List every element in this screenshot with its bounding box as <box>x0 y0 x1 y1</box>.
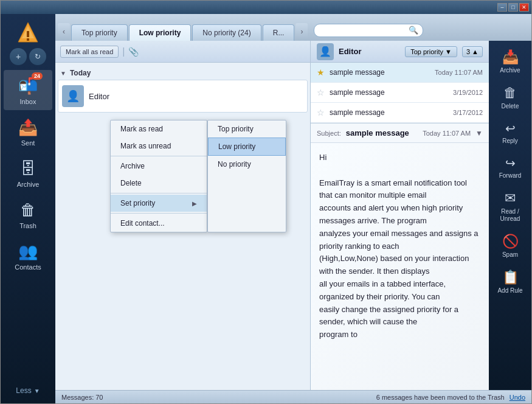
priority-submenu: Top priority Low priority No priority <box>207 120 286 232</box>
context-menu-archive[interactable]: Archive <box>111 158 207 175</box>
svg-rect-2 <box>27 31 29 37</box>
star-icon-1[interactable]: ★ <box>317 68 325 77</box>
forward-action-label: Forward <box>499 172 522 179</box>
delete-action-button[interactable]: 🗑 Delete <box>491 80 530 115</box>
add-rule-action-icon: 📋 <box>502 270 519 285</box>
tab-bar: ‹ Top priority Low priority No priority … <box>55 14 531 41</box>
date-group-label: Today <box>70 69 91 77</box>
app-window: – □ ✕ + ↻ <box>0 0 532 404</box>
title-bar: – □ ✕ <box>1 1 531 14</box>
toolbar-separator: | <box>122 46 125 57</box>
msg-sender-name: Editor <box>339 47 400 56</box>
forward-action-button[interactable]: ↪ Forward <box>491 151 530 184</box>
contacts-icon-wrap: 👥 <box>17 240 39 262</box>
msg-count: 3 ▲ <box>462 46 483 57</box>
undo-link[interactable]: Undo <box>510 394 525 401</box>
forward-action-icon: ↪ <box>505 156 516 170</box>
right-action-bar: 📥 Archive 🗑 Delete ↩ Reply ↪ Forward <box>489 41 531 390</box>
tab-next-arrow[interactable]: › <box>295 23 308 40</box>
submenu-no-priority[interactable]: No priority <box>208 156 286 173</box>
archive-action-button[interactable]: 📥 Archive <box>491 44 530 79</box>
add-rule-action-label: Add Rule <box>497 287 522 294</box>
reply-action-icon: ↩ <box>505 121 516 136</box>
read-unread-action-button[interactable]: ✉ Read /Unread <box>491 186 530 228</box>
msg-list-header: 👤 Editor Top priority ▼ 3 ▲ <box>311 41 489 63</box>
add-account-icon[interactable]: + <box>10 48 27 65</box>
msg-date-1: Today 11:07 AM <box>435 69 483 76</box>
less-button[interactable]: Less ▼ <box>12 383 43 399</box>
context-menu-set-priority[interactable]: Set priority ▶ <box>111 195 207 212</box>
paperclip-icon: 📎 <box>128 47 139 57</box>
inbox-label: Inbox <box>20 98 36 105</box>
app-logo <box>15 19 41 46</box>
star-icon-2[interactable]: ☆ <box>317 88 325 97</box>
tab-low-priority[interactable]: Low priority <box>129 24 192 41</box>
archive-action-label: Archive <box>500 67 520 74</box>
context-menu-separator-1 <box>111 156 207 156</box>
read-unread-action-label: Read /Unread <box>500 208 520 223</box>
spam-action-button[interactable]: 🚫 Spam <box>491 229 530 263</box>
inbox-badge: 24 <box>32 72 43 80</box>
archive-label: Archive <box>17 181 40 188</box>
email-item-editor[interactable]: 👤 Editor <box>58 80 308 113</box>
msg-row-2[interactable]: ☆ sample message 3/19/2012 <box>311 83 489 103</box>
email-sender: Editor <box>89 92 109 101</box>
refresh-icon[interactable]: ↻ <box>29 48 46 65</box>
star-icon-3[interactable]: ☆ <box>317 108 325 117</box>
sidebar-item-sent[interactable]: 📤 Sent <box>4 111 52 152</box>
tab-prev-arrow[interactable]: ‹ <box>58 23 70 40</box>
messages-count: Messages: 70 <box>61 394 103 401</box>
msg-subject-1: sample message <box>330 68 435 77</box>
email-list-toolbar: Mark all as read | 📎 <box>55 41 310 63</box>
content-area: ‹ Top priority Low priority No priority … <box>55 14 531 403</box>
tab-top-priority[interactable]: Top priority <box>71 24 128 41</box>
context-menu-mark-read[interactable]: Mark as read <box>111 120 207 138</box>
sidebar-item-contacts[interactable]: 👥 Contacts <box>4 235 52 276</box>
context-menu-edit-contact[interactable]: Edit contact... <box>111 215 207 232</box>
email-preview-header: Subject: sample message Today 11:07 AM ▼ <box>311 124 489 143</box>
tab-r[interactable]: R... <box>263 24 295 41</box>
context-menu-delete[interactable]: Delete <box>111 175 207 192</box>
body-line-1: EmailTray is a smart email notification … <box>319 177 480 203</box>
maximize-button[interactable]: □ <box>508 3 518 12</box>
body-line-6: easily change the assigned priority for … <box>319 304 480 329</box>
trash-icon-wrap: 🗑 <box>17 199 39 221</box>
submenu-arrow-icon: ▶ <box>192 200 197 207</box>
msg-row-3[interactable]: ☆ sample message 3/17/2012 <box>311 103 489 123</box>
search-input[interactable] <box>314 24 423 37</box>
tab-no-priority[interactable]: No priority (24) <box>192 24 261 41</box>
search-icon: 🔍 <box>409 26 418 35</box>
msg-items: ★ sample message Today 11:07 AM ☆ sample… <box>311 63 489 124</box>
body-line-5: all your emails in a tabbed interface, o… <box>319 278 480 304</box>
body-line-2: accounts and alert you when high priorit… <box>319 202 480 228</box>
delete-action-icon: 🗑 <box>503 85 517 101</box>
email-preview: Subject: sample message Today 11:07 AM ▼… <box>311 124 489 390</box>
msg-subject-2: sample message <box>330 88 453 97</box>
context-menu-mark-unread[interactable]: Mark as unread <box>111 138 207 155</box>
archive-icon-wrap: 🗄 <box>17 158 39 179</box>
minimize-button[interactable]: – <box>497 3 507 12</box>
reply-action-label: Reply <box>502 138 518 145</box>
close-button[interactable]: ✕ <box>519 3 529 12</box>
expand-icon[interactable]: ▼ <box>475 129 483 138</box>
msg-priority-badge[interactable]: Top priority ▼ <box>405 46 457 57</box>
context-menu-overlay: Mark as read Mark as unread Archive Dele… <box>110 120 286 232</box>
submenu-low-priority[interactable]: Low priority <box>208 138 286 156</box>
svg-rect-3 <box>27 38 29 41</box>
sent-icon-wrap: 📤 <box>17 116 39 138</box>
sidebar-item-trash[interactable]: 🗑 Trash <box>4 194 52 234</box>
contacts-label: Contacts <box>15 263 41 271</box>
add-rule-action-button[interactable]: 📋 Add Rule <box>491 265 530 299</box>
email-body: Hi EmailTray is a smart email notificati… <box>311 143 489 390</box>
msg-row-1[interactable]: ★ sample message Today 11:07 AM <box>311 63 489 83</box>
reply-action-button[interactable]: ↩ Reply <box>491 116 530 150</box>
trash-label: Trash <box>19 222 36 229</box>
submenu-top-priority[interactable]: Top priority <box>208 120 286 138</box>
mark-all-read-button[interactable]: Mark all as read <box>60 46 119 58</box>
context-menu-separator-2 <box>111 193 207 193</box>
body-line-4: (High,Low,None) based on your interactio… <box>319 252 480 278</box>
sidebar-item-archive[interactable]: 🗄 Archive <box>4 153 52 193</box>
read-unread-action-icon: ✉ <box>505 190 516 206</box>
inbox-icon-wrap: 📬 24 <box>17 75 39 97</box>
sidebar-item-inbox[interactable]: 📬 24 Inbox <box>4 70 52 110</box>
